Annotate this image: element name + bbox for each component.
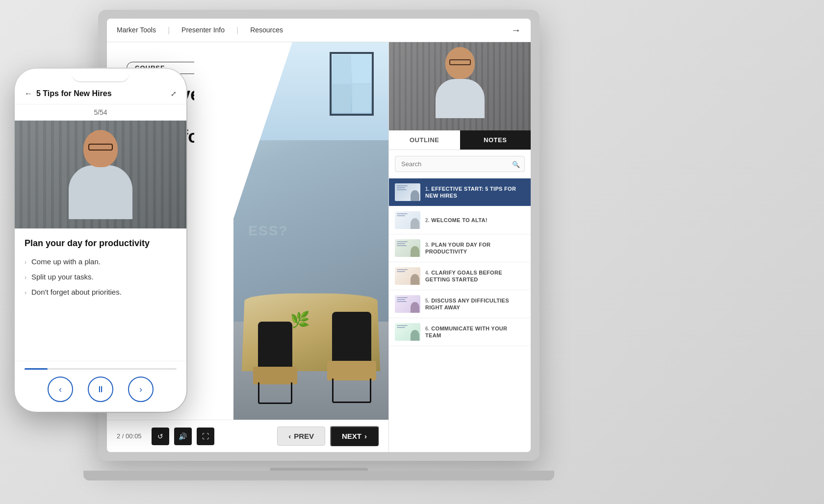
- laptop-toolbar: Marker Tools | Presenter Info | Resource…: [107, 19, 531, 42]
- search-input[interactable]: [395, 156, 525, 172]
- outline-item-4[interactable]: 4. CLARIFY GOALS BEFORE GETTING STARTED: [389, 262, 531, 290]
- outline-item-2[interactable]: 2. WELCOME TO ALTA!: [389, 206, 531, 234]
- mobile-controls: ‹ ⏸ ›: [25, 377, 177, 402]
- presenter-glasses: [449, 59, 471, 65]
- office-window: [330, 52, 374, 116]
- list-text-3: Don't forget about priorities.: [31, 288, 122, 296]
- mobile-next-icon: ›: [139, 384, 142, 395]
- mobile-list-item-2: › Split up your tasks.: [25, 273, 177, 281]
- mobile-list-item-3: › Don't forget about priorities.: [25, 288, 177, 296]
- mobile-content: Plan your day for productivity › Come up…: [15, 228, 186, 361]
- prev-chevron: ‹: [288, 432, 291, 440]
- slide-timer: 2 / 00:05: [117, 432, 142, 440]
- mobile-progress-bar: [25, 368, 177, 370]
- outline-item-1[interactable]: 1. EFFECTIVE START: 5 TIPS FOR NEW HIRES: [389, 178, 531, 206]
- mobile-content-list: › Come up with a plan. › Split up your t…: [25, 257, 177, 296]
- list-text-2: Split up your tasks.: [31, 273, 94, 281]
- outline-item-5[interactable]: 5. DISCUSS ANY DIFFICULTIES RIGHT AWAY: [389, 290, 531, 318]
- search-icon: 🔍: [512, 160, 520, 168]
- toolbar-resources[interactable]: Resources: [250, 26, 283, 35]
- mobile-header: ← 5 Tips for New Hires ⤢: [15, 83, 186, 104]
- mobile-notch: [71, 69, 130, 82]
- toolbar-sep-2: |: [236, 26, 238, 35]
- toolbar-nav: Marker Tools | Presenter Info | Resource…: [117, 26, 511, 35]
- mobile-prev-icon: ‹: [59, 384, 62, 395]
- toolbar-sep-1: |: [168, 26, 170, 35]
- prev-label: PREV: [294, 432, 314, 440]
- slide-controls: 2 / 00:05 ↺ 🔊 ⛶ ‹ PREV NEXT ›: [107, 420, 388, 452]
- outline-thumb-4: [395, 267, 420, 285]
- mobile-video: [15, 121, 186, 228]
- outline-text-4: 4. CLARIFY GOALS BEFORE GETTING STARTED: [425, 269, 525, 283]
- outline-item-3[interactable]: 3. PLAN YOUR DAY FOR PRODUCTIVITY: [389, 234, 531, 262]
- sidebar: OUTLINE NOTES 🔍: [388, 42, 531, 452]
- outline-thumb-2: [395, 211, 420, 229]
- mobile-progress-fill: [25, 368, 48, 370]
- replay-button[interactable]: ↺: [152, 428, 169, 445]
- sidebar-presenter: [389, 42, 531, 130]
- mobile-next-button[interactable]: ›: [128, 377, 154, 402]
- mobile-person-body: [69, 165, 132, 219]
- mobile-person-glasses: [88, 144, 113, 151]
- mobile-pause-button[interactable]: ⏸: [88, 377, 113, 402]
- office-plant: 🌿: [290, 310, 310, 329]
- tab-notes[interactable]: NOTES: [460, 130, 531, 150]
- presenter-head: [445, 47, 475, 79]
- outline-text-1: 1. EFFECTIVE START: 5 TIPS FOR NEW HIRES: [425, 185, 525, 200]
- list-chevron-3: ›: [25, 289, 26, 296]
- list-chevron-2: ›: [25, 274, 26, 281]
- prev-button[interactable]: ‹ PREV: [277, 427, 325, 446]
- sidebar-tabs: OUTLINE NOTES: [389, 130, 531, 150]
- toolbar-next-arrow[interactable]: →: [511, 25, 521, 36]
- mobile-back-button[interactable]: ←: [25, 89, 32, 98]
- mobile-content-subtitle: Plan your day for productivity: [25, 238, 177, 249]
- mobile-slide-progress: 5/54: [15, 104, 186, 121]
- toolbar-presenter-info[interactable]: Presenter Info: [181, 26, 225, 35]
- mobile-inner: ← 5 Tips for New Hires ⤢ 5/54: [15, 69, 186, 412]
- mobile-presenter: [15, 121, 186, 228]
- sidebar-video: [389, 42, 531, 130]
- sidebar-outline-list: 1. EFFECTIVE START: 5 TIPS FOR NEW HIRES: [389, 178, 531, 452]
- mobile-prev-button[interactable]: ‹: [48, 377, 73, 402]
- next-chevron: ›: [364, 432, 367, 440]
- outline-thumb-5: [395, 295, 420, 313]
- chair-right: [325, 312, 379, 410]
- outline-thumb-3: [395, 239, 420, 257]
- tab-outline[interactable]: OUTLINE: [389, 130, 460, 150]
- next-button[interactable]: NEXT ›: [330, 426, 379, 446]
- mobile-footer: ‹ ⏸ ›: [15, 361, 186, 412]
- outline-item-6[interactable]: 6. COMMUNICATE WITH YOUR TEAM: [389, 318, 531, 346]
- mobile-person-figure: [69, 130, 132, 219]
- fullscreen-button[interactable]: ⛶: [197, 428, 214, 445]
- laptop-base: [83, 471, 554, 480]
- mobile-title: 5 Tips for New Hires: [36, 89, 167, 98]
- mobile-pause-icon: ⏸: [96, 384, 105, 395]
- outline-text-3: 3. PLAN YOUR DAY FOR PRODUCTIVITY: [425, 241, 525, 255]
- slide-triangle-divider: [194, 42, 292, 336]
- mobile-list-item-1: › Come up with a plan.: [25, 257, 177, 266]
- mobile-expand-button[interactable]: ⤢: [171, 90, 177, 98]
- outline-text-5: 5. DISCUSS ANY DIFFICULTIES RIGHT AWAY: [425, 297, 525, 311]
- volume-button[interactable]: 🔊: [174, 428, 192, 445]
- mobile-phone: ← 5 Tips for New Hires ⤢ 5/54: [15, 69, 186, 412]
- list-text-1: Come up with a plan.: [31, 257, 101, 266]
- search-wrap: 🔍: [395, 156, 525, 172]
- mobile-person-head: [83, 130, 118, 167]
- toolbar-marker-tools[interactable]: Marker Tools: [117, 26, 156, 35]
- outline-thumb-1: [395, 183, 420, 201]
- outline-text-6: 6. COMMUNICATE WITH YOUR TEAM: [425, 325, 525, 339]
- scene: Marker Tools | Presenter Info | Resource…: [0, 0, 824, 504]
- outline-thumb-6: [395, 323, 420, 341]
- list-chevron-1: ›: [25, 259, 26, 266]
- next-label: NEXT: [342, 432, 361, 440]
- presenter-body: [436, 79, 485, 118]
- outline-text-2: 2. WELCOME TO ALTA!: [425, 217, 488, 224]
- sidebar-search-container: 🔍: [389, 150, 531, 178]
- presenter-figure: [421, 47, 499, 126]
